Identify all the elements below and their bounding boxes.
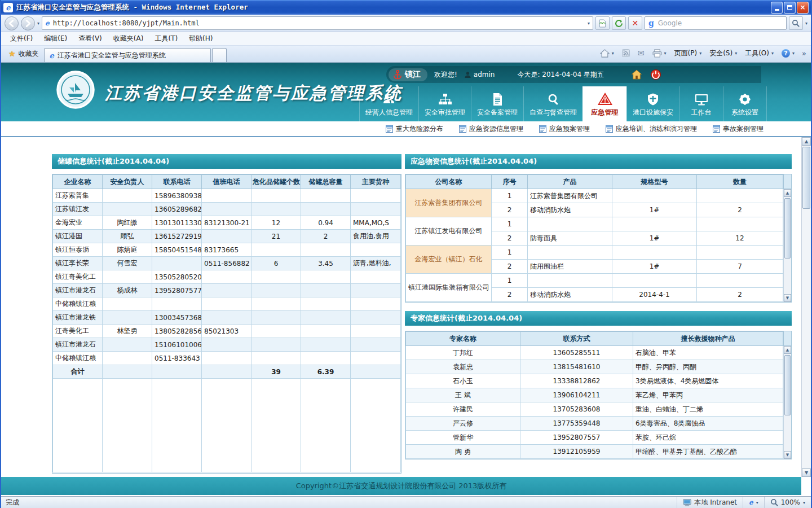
home-icon — [600, 49, 610, 58]
cell: 许建民 — [406, 402, 520, 417]
maximize-button[interactable] — [784, 2, 796, 14]
cell — [697, 189, 783, 203]
zoom-control[interactable]: 100% ▾ — [764, 497, 811, 508]
cell: 21 — [251, 230, 301, 243]
page-scrollbar[interactable]: ▲ ▼ — [801, 137, 811, 477]
column-header: 安全负责人 — [103, 175, 152, 189]
search-dropdown-icon[interactable]: ▾ — [805, 21, 807, 26]
feeds-button[interactable] — [619, 47, 633, 59]
scroll-track[interactable] — [784, 354, 791, 451]
cell: 苯胺、环己烷 — [633, 431, 783, 445]
page-menu-button[interactable]: 页面(P)▾ — [672, 47, 705, 60]
protected-mode-button[interactable]: e ▾ — [743, 497, 764, 508]
scroll-up-button[interactable]: ▲ — [784, 189, 791, 197]
refresh-button[interactable] — [612, 16, 626, 30]
tab-current-page[interactable]: e 江苏省港口安全监管与应急管理系统 — [44, 48, 211, 62]
table-row: 石小玉133388128623类易燃液体、4类易燃固体 — [406, 374, 783, 388]
nav-item-settings[interactable]: 系统设置 — [723, 86, 767, 121]
cell — [251, 325, 301, 338]
search-button[interactable] — [789, 16, 803, 30]
cell — [103, 189, 152, 203]
scroll-track[interactable] — [784, 197, 791, 294]
scroll-thumb[interactable] — [784, 355, 791, 415]
cell — [351, 325, 401, 338]
scroll-down-button[interactable]: ▼ — [784, 451, 791, 459]
nav-item-emergency[interactable]: 应急管理 — [582, 86, 626, 121]
cell: 13615272919 — [152, 230, 202, 243]
menu-tools[interactable]: 工具(T) — [149, 32, 183, 45]
scroll-down-button[interactable]: ▼ — [784, 294, 791, 302]
city-selector[interactable]: 镇江 — [389, 68, 427, 81]
submenu-item-resource-info[interactable]: 应急资源信息管理 — [459, 124, 523, 134]
compatibility-view-button[interactable] — [595, 16, 610, 30]
username: admin — [474, 71, 495, 78]
cell — [103, 311, 152, 325]
cell — [202, 311, 251, 325]
expert-scrollbar[interactable]: ▲ ▼ — [783, 346, 791, 459]
cell — [152, 257, 202, 270]
table-row: 江奇美化工林坚勇1380528285685021303 — [53, 325, 401, 338]
address-dropdown-icon[interactable]: ▾ — [588, 21, 590, 26]
scrollbar-header-cap — [783, 331, 791, 346]
nav-item-safety-approval[interactable]: 安全审批管理 — [418, 86, 471, 121]
scroll-thumb[interactable] — [802, 147, 810, 209]
ie-icon: e — [3, 3, 13, 12]
cell — [351, 284, 401, 297]
cell — [103, 203, 152, 216]
submenu-item-case-management[interactable]: 事故案例管理 — [713, 124, 764, 134]
nav-item-port-security[interactable]: 港口设施保安 — [626, 86, 679, 121]
nav-item-inspection[interactable]: 自查与督查管理 — [523, 86, 582, 121]
close-button[interactable]: × — [797, 2, 809, 14]
scroll-up-button[interactable]: ▲ — [784, 346, 791, 354]
company-cell: 金海宏业（镇江）石化 — [406, 246, 492, 274]
menu-favorites[interactable]: 收藏夹(A) — [108, 32, 149, 45]
history-dropdown-icon[interactable]: ▾ — [37, 21, 39, 26]
menu-file[interactable]: 文件(F) — [5, 32, 38, 45]
scroll-track[interactable] — [802, 146, 811, 468]
power-icon — [650, 69, 661, 80]
material-scrollbar[interactable]: ▲ ▼ — [783, 189, 791, 302]
minimize-button[interactable] — [771, 2, 783, 14]
cell: 13705283608 — [520, 402, 633, 417]
mail-icon: ✉ — [638, 49, 645, 58]
back-button[interactable] — [5, 16, 19, 30]
read-mail-button[interactable]: ✉ — [635, 47, 647, 59]
safety-menu-button[interactable]: 安全(S)▾ — [707, 47, 740, 60]
favorites-button[interactable]: ★ 收藏夹 — [3, 47, 44, 60]
stop-button[interactable]: ✕ — [628, 16, 642, 30]
menu-help[interactable]: 帮助(H) — [183, 32, 218, 45]
column-header: 联系电话 — [152, 175, 202, 189]
company-cell: 江苏镇江发电有限公司 — [406, 217, 492, 246]
submenu-item-hazard-distribution[interactable]: 重大危险源分布 — [386, 124, 443, 134]
submenu-item-training[interactable]: 应急培训、演练和演习管理 — [606, 124, 697, 134]
overflow-chevron[interactable]: » — [800, 49, 809, 58]
scroll-thumb[interactable] — [784, 198, 791, 259]
logout-button[interactable] — [650, 69, 661, 80]
nav-item-operators[interactable]: 经营人信息管理 — [359, 86, 418, 121]
cell: 1# — [612, 231, 697, 246]
cell: 13815481610 — [520, 360, 633, 374]
menu-view[interactable]: 查看(V) — [73, 32, 108, 45]
cell: 1# — [612, 203, 697, 217]
tools-menu-button[interactable]: 工具(O)▾ — [742, 47, 776, 60]
cell: 2 — [492, 288, 528, 302]
home-button[interactable]: ▾ — [597, 47, 617, 59]
help-button[interactable]: ? ▾ — [779, 47, 797, 59]
home-shortcut-button[interactable] — [631, 69, 642, 80]
address-input[interactable]: e http://localhost:8080/yjpt/Main.html ▾ — [42, 16, 593, 30]
submenu-item-plan-management[interactable]: 应急预案管理 — [539, 124, 590, 134]
search-input[interactable]: g Google — [645, 16, 787, 30]
new-tab-button[interactable] — [212, 48, 227, 62]
cell: 6 — [251, 257, 301, 270]
menu-edit[interactable]: 编辑(E) — [38, 32, 73, 45]
print-button[interactable]: ▾ — [650, 47, 669, 59]
nav-item-workbench[interactable]: 工作台 — [679, 86, 723, 121]
cell: 杨成林 — [103, 284, 152, 297]
cell — [251, 270, 301, 284]
scroll-down-button[interactable]: ▼ — [802, 468, 811, 477]
cell: 顾弘 — [103, 230, 152, 243]
nav-item-safety-filing[interactable]: 安全备案管理 — [471, 86, 523, 121]
scroll-up-button[interactable]: ▲ — [802, 137, 811, 146]
forward-button[interactable] — [21, 16, 35, 30]
cell — [202, 203, 251, 216]
